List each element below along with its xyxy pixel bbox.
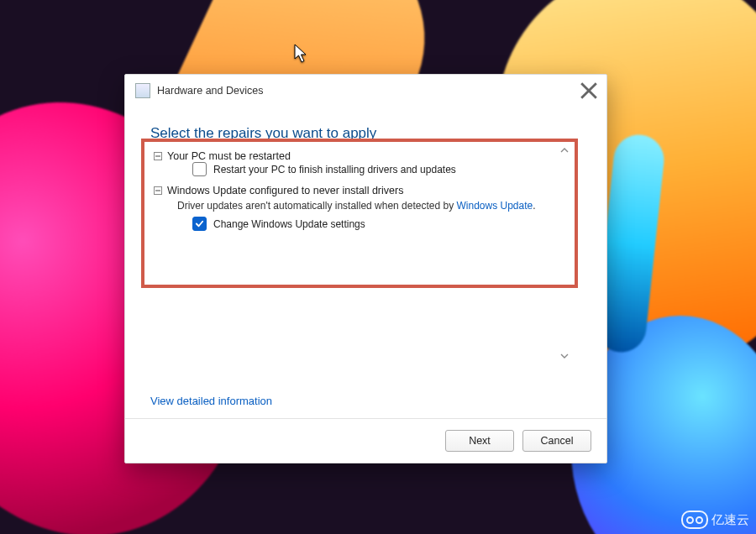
close-button[interactable] [580,81,598,100]
dialog-title: Hardware and Devices [157,85,263,97]
watermark-logo-icon [681,510,708,529]
repair-title[interactable]: Your PC must be restarted [167,150,291,162]
repair-action-label[interactable]: Restart your PC to finish installing dri… [213,164,456,175]
repair-checkbox[interactable] [192,162,207,176]
repair-title[interactable]: Windows Update configured to never insta… [167,185,403,196]
repair-description: Driver updates aren't automatically inst… [177,200,572,212]
troubleshooter-dialog: Hardware and Devices Select the repairs … [124,74,607,463]
minus-icon [154,186,162,195]
repair-action-label[interactable]: Change Windows Update settings [213,218,365,230]
cancel-button[interactable]: Cancel [522,430,591,452]
watermark-text: 亿速云 [711,512,749,528]
dialog-footer: Next Cancel [125,418,606,463]
check-icon [195,219,204,228]
titlebar: Hardware and Devices [125,75,606,103]
minus-icon [154,152,162,160]
collapse-toggle[interactable] [154,152,162,160]
app-icon [135,83,150,98]
view-detailed-info-link[interactable]: View detailed information [150,395,272,407]
repair-checkbox[interactable] [192,217,207,231]
repairs-list: Your PC must be restarted Restart your P… [145,144,572,362]
page-heading: Select the repairs you want to apply [150,125,376,142]
collapse-toggle[interactable] [154,186,162,195]
scroll-up-icon[interactable] [558,144,570,156]
windows-update-link[interactable]: Windows Update [456,200,533,212]
repair-item: Windows Update configured to never insta… [154,185,572,231]
next-button[interactable]: Next [445,430,514,452]
desc-text: . [533,200,535,212]
scroll-down-icon[interactable] [558,349,570,362]
desc-text: Driver updates aren't automatically inst… [177,200,456,212]
close-icon [580,81,598,100]
mouse-cursor-icon [294,44,309,64]
watermark: 亿速云 [681,510,749,529]
repair-item: Your PC must be restarted Restart your P… [154,150,572,176]
